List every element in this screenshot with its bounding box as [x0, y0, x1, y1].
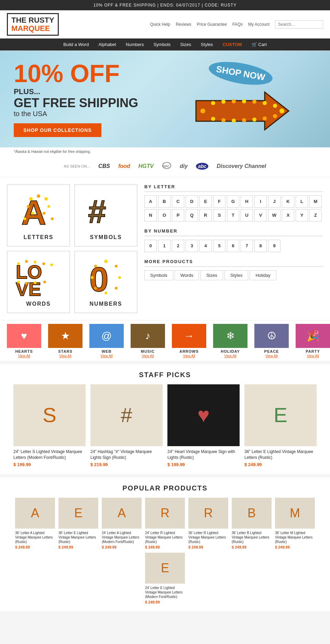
- popular-card-0[interactable]: A 36' Letter A Lighted Vintage Marquee L…: [15, 498, 55, 549]
- letter-btn-e[interactable]: E: [199, 195, 212, 208]
- number-btn-6[interactable]: 6: [227, 240, 239, 252]
- my-account-link[interactable]: My Account: [248, 22, 270, 27]
- popular-card-4[interactable]: R 36' Letter R Lighted Vintage Marquee L…: [188, 498, 228, 549]
- staff-pick-card-2[interactable]: ♥ 24" Heart Vintage Marquee Sign with Li…: [167, 384, 240, 467]
- number-btn-2[interactable]: 2: [172, 240, 184, 252]
- nav-sizes[interactable]: Sizes: [175, 38, 196, 50]
- svg-text:NBC: NBC: [163, 165, 169, 168]
- letter-btn-b[interactable]: B: [158, 195, 170, 208]
- svg-point-10: [232, 118, 236, 123]
- nav-cart[interactable]: 🛒 Cart: [247, 38, 272, 50]
- svg-point-50: [94, 265, 97, 268]
- faqs-link[interactable]: FAQs: [232, 22, 243, 27]
- number-btn-3[interactable]: 3: [186, 240, 198, 252]
- category-words-label: WORDS: [26, 301, 51, 307]
- symbol-cat-peace[interactable]: ☮ PEACE View All: [251, 324, 292, 361]
- letter-btn-m[interactable]: M: [309, 195, 322, 208]
- category-symbols[interactable]: # SYMBOLS: [74, 184, 138, 247]
- by-number-title: BY NUMBER: [144, 228, 323, 236]
- letter-btn-v[interactable]: V: [254, 209, 267, 222]
- symbol-cat-music[interactable]: ♪ MUSIC View All: [127, 324, 168, 361]
- hero-to-usa: to the USA: [14, 110, 165, 118]
- popular-products-grid: A 36' Letter A Lighted Vintage Marquee L…: [7, 498, 323, 604]
- letter-btn-o[interactable]: O: [158, 209, 170, 222]
- nav-custom[interactable]: CUSTOM: [218, 38, 247, 50]
- svg-point-44: [115, 265, 118, 268]
- by-letter-section: BY LETTER ABCDEFGHIJKLMNOPQRSTUVWXYZ: [144, 184, 323, 222]
- number-btn-5[interactable]: 5: [213, 240, 226, 252]
- popular-card-2[interactable]: A 24' Letter A Lighted Vintage Marquee L…: [102, 498, 142, 549]
- tag-btn-sizes[interactable]: Sizes: [200, 270, 223, 280]
- letter-btn-u[interactable]: U: [241, 209, 253, 222]
- letter-btn-y[interactable]: Y: [296, 209, 308, 222]
- seen-on-diy: diy: [180, 163, 188, 169]
- symbol-cat-party[interactable]: 🎉 PARTY View All: [292, 324, 330, 361]
- category-numbers[interactable]: 0 NUMBERS: [74, 251, 138, 313]
- popular-card-3[interactable]: R 24' Letter R Lighted Vintage Marquee L…: [145, 498, 185, 549]
- symbol-cat-web[interactable]: @ WEB View All: [86, 324, 127, 361]
- letter-btn-t[interactable]: T: [227, 209, 239, 222]
- letter-btn-h[interactable]: H: [241, 195, 253, 208]
- letter-btn-l[interactable]: L: [296, 195, 308, 208]
- nav-numbers[interactable]: Numbers: [121, 38, 149, 50]
- letter-btn-x[interactable]: X: [282, 209, 294, 222]
- nav-build-a-word[interactable]: Build a Word: [58, 38, 94, 50]
- popular-card-7[interactable]: E 24' Letter E Lighted Vintage Marquee L…: [145, 553, 185, 604]
- number-btn-4[interactable]: 4: [199, 240, 212, 252]
- quick-help-link[interactable]: Quick Help: [150, 22, 170, 27]
- letter-btn-r[interactable]: R: [199, 209, 212, 222]
- price-guarantee-link[interactable]: Price Guarantee: [197, 22, 227, 27]
- letter-btn-d[interactable]: D: [186, 195, 198, 208]
- logo[interactable]: THE RUSTY MARQUEE: [7, 13, 59, 36]
- staff-pick-card-3[interactable]: E 36" Letter E Lighted Vintage Marquee L…: [244, 384, 317, 467]
- svg-point-6: [252, 100, 256, 104]
- nav-styles[interactable]: Styles: [196, 38, 218, 50]
- category-words[interactable]: LO VE WORDS: [7, 251, 70, 313]
- symbol-cat-hearts[interactable]: ♥ HEARTS View All: [3, 324, 45, 361]
- seen-on-abc: abc: [196, 163, 208, 170]
- letter-btn-c[interactable]: C: [172, 195, 184, 208]
- number-btn-0[interactable]: 0: [144, 240, 157, 252]
- number-btn-7[interactable]: 7: [241, 240, 253, 252]
- category-grid: A LETTERS #: [7, 184, 138, 313]
- letter-btn-j[interactable]: J: [268, 195, 280, 208]
- letter-btn-s[interactable]: S: [213, 209, 226, 222]
- symbol-cat-stars[interactable]: ★ STARS View All: [45, 324, 86, 361]
- popular-card-5[interactable]: B 36' Letter B Lighted Vintage Marquee L…: [232, 498, 272, 549]
- letter-btn-n[interactable]: N: [144, 209, 157, 222]
- letter-btn-a[interactable]: A: [144, 195, 157, 208]
- symbol-cat-arrows[interactable]: → ARROWS View All: [168, 324, 210, 361]
- letter-btn-p[interactable]: P: [172, 209, 184, 222]
- marquee-arrow-sign: [189, 87, 292, 135]
- letter-btn-f[interactable]: F: [213, 195, 226, 208]
- staff-pick-card-1[interactable]: # 24" Hashtag "#" Vintage Marquee Lights…: [90, 384, 163, 467]
- tag-btn-symbols[interactable]: Symbols: [144, 270, 173, 280]
- nav-symbols[interactable]: Symbols: [148, 38, 175, 50]
- tag-btn-words[interactable]: Words: [175, 270, 199, 280]
- letter-btn-q[interactable]: Q: [186, 209, 198, 222]
- category-letters-img: A: [14, 190, 63, 231]
- svg-point-8: [211, 117, 215, 121]
- tag-btn-styles[interactable]: Styles: [224, 270, 248, 280]
- hero-disclaimer: *Alaska & Hawaii not eligible for free s…: [0, 147, 330, 156]
- letter-grid: ABCDEFGHIJKLMNOPQRSTUVWXYZ: [144, 195, 323, 222]
- letter-btn-g[interactable]: G: [227, 195, 239, 208]
- letter-btn-i[interactable]: I: [254, 195, 267, 208]
- search-input[interactable]: [275, 20, 323, 29]
- number-btn-8[interactable]: 8: [254, 240, 267, 252]
- category-letters[interactable]: A LETTERS: [7, 184, 70, 247]
- popular-card-1[interactable]: E 36' Letter E Lighted Vintage Marquee L…: [58, 498, 98, 549]
- staff-pick-card-0[interactable]: S 24" Letter S Lighted Vintage Marquee L…: [13, 384, 86, 467]
- number-btn-1[interactable]: 1: [158, 240, 170, 252]
- letter-btn-k[interactable]: K: [282, 195, 294, 208]
- number-btn-9[interactable]: 9: [268, 240, 280, 252]
- shop-collections-button[interactable]: SHOP OUR COLLECTIONS: [14, 123, 101, 137]
- letter-btn-z[interactable]: Z: [309, 209, 322, 222]
- reviews-link[interactable]: Reviews: [176, 22, 191, 27]
- letter-btn-w[interactable]: W: [268, 209, 280, 222]
- nav-alphabet[interactable]: Alphabet: [94, 38, 121, 50]
- tag-btn-holiday[interactable]: Holiday: [250, 270, 276, 280]
- symbol-cat-holiday[interactable]: ❄ HOLIDAY View All: [210, 324, 251, 361]
- popular-card-6[interactable]: M 36' Letter M Lighted Vintage Marquee L…: [275, 498, 315, 549]
- seen-on-cbs: CBS: [98, 163, 110, 169]
